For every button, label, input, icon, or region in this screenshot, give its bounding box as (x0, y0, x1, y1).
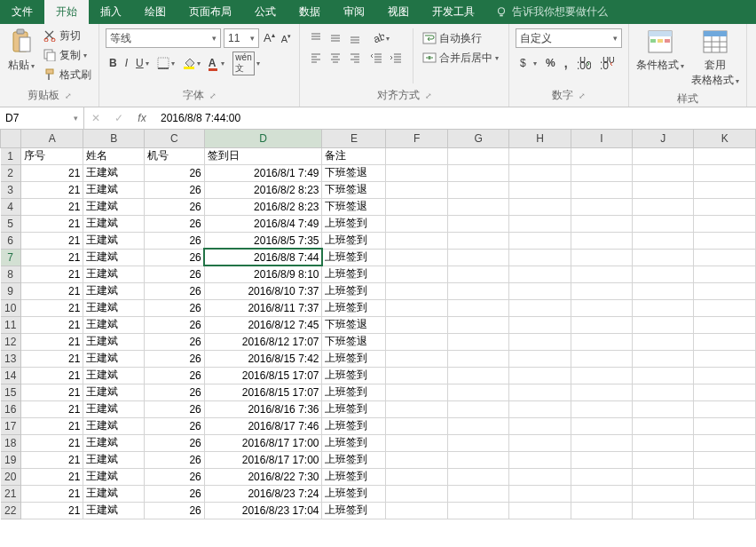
format-painter-button[interactable]: 格式刷 (39, 65, 95, 84)
cell[interactable] (571, 333, 632, 350)
merge-center-button[interactable]: 合并后居中▾ (419, 48, 502, 67)
cell[interactable]: 王建斌 (83, 468, 144, 485)
cell[interactable]: 王建斌 (83, 333, 144, 350)
cell[interactable]: 26 (144, 181, 204, 198)
underline-button[interactable]: U▾ (132, 53, 153, 73)
cell[interactable] (386, 468, 447, 485)
cell[interactable] (447, 434, 509, 451)
cell[interactable] (447, 282, 509, 299)
cell[interactable] (386, 485, 447, 502)
cell[interactable]: 21 (20, 400, 83, 417)
cell[interactable]: 2016/8/17 17:00 (204, 434, 322, 451)
row-header-11[interactable]: 11 (1, 316, 21, 333)
cell[interactable] (509, 198, 571, 215)
cell[interactable]: 21 (20, 299, 83, 316)
cell[interactable]: 王建斌 (83, 299, 144, 316)
col-header-G[interactable]: G (447, 130, 509, 147)
cell[interactable] (386, 502, 447, 519)
cell[interactable] (509, 316, 571, 333)
cell[interactable]: 2016/8/23 17:04 (204, 502, 322, 519)
cell[interactable] (386, 333, 447, 350)
cell[interactable]: 王建斌 (83, 502, 144, 519)
cell[interactable] (509, 232, 571, 249)
tab-review[interactable]: 审阅 (332, 0, 376, 24)
align-center-button[interactable] (326, 48, 345, 67)
cell[interactable] (633, 232, 694, 249)
cell[interactable] (694, 451, 756, 468)
cell[interactable]: 姓名 (83, 147, 144, 164)
cell[interactable] (447, 485, 509, 502)
cell[interactable]: 上班签到 (322, 350, 386, 367)
alignment-dialog-icon[interactable]: ⤢ (425, 91, 432, 100)
format-as-table-button[interactable]: 套用表格格式 ▾ (688, 26, 743, 90)
cell[interactable] (386, 350, 447, 367)
cell[interactable] (633, 417, 694, 434)
cell[interactable] (447, 468, 509, 485)
font-color-button[interactable]: A▾ (205, 53, 229, 73)
cell[interactable]: 上班签到 (322, 417, 386, 434)
cell[interactable] (386, 147, 447, 164)
row-header-14[interactable]: 14 (1, 367, 21, 384)
cell[interactable] (633, 316, 694, 333)
cell[interactable]: 21 (20, 198, 83, 215)
cell[interactable] (571, 266, 632, 282)
col-header-D[interactable]: D (204, 130, 322, 147)
border-button[interactable]: ▾ (154, 53, 178, 73)
row-header-22[interactable]: 22 (1, 502, 21, 519)
row-header-17[interactable]: 17 (1, 417, 21, 434)
align-right-button[interactable] (345, 48, 365, 67)
number-dialog-icon[interactable]: ⤢ (579, 91, 586, 100)
tab-draw[interactable]: 绘图 (133, 0, 177, 24)
cell[interactable] (447, 215, 509, 232)
increase-decimal-button[interactable]: .0.00 (573, 53, 595, 73)
cell[interactable]: 2016/8/5 7:35 (204, 232, 322, 249)
row-header-9[interactable]: 9 (1, 282, 21, 299)
cell[interactable] (447, 181, 509, 198)
col-header-H[interactable]: H (509, 130, 571, 147)
cell[interactable]: 王建斌 (83, 384, 144, 400)
cell[interactable]: 21 (20, 333, 83, 350)
row-header-21[interactable]: 21 (1, 485, 21, 502)
cell[interactable] (633, 367, 694, 384)
cell[interactable] (447, 299, 509, 316)
cell[interactable] (633, 350, 694, 367)
cell[interactable]: 2016/8/1 7:49 (204, 164, 322, 181)
cell[interactable]: 上班签到 (322, 451, 386, 468)
cell[interactable] (694, 400, 756, 417)
cell[interactable] (633, 299, 694, 316)
tab-view[interactable]: 视图 (376, 0, 421, 24)
cell[interactable]: 序号 (20, 147, 83, 164)
cell[interactable] (571, 164, 632, 181)
col-header-corner[interactable] (1, 130, 21, 147)
cell[interactable] (571, 147, 632, 164)
cell[interactable]: 21 (20, 502, 83, 519)
cell[interactable] (633, 485, 694, 502)
cell[interactable] (571, 417, 632, 434)
cell[interactable] (571, 181, 632, 198)
cell[interactable]: 上班签到 (322, 367, 386, 384)
cell[interactable] (633, 198, 694, 215)
cell[interactable]: 2016/8/2 8:23 (204, 181, 322, 198)
decrease-indent-button[interactable] (368, 48, 388, 67)
cell[interactable]: 上班签到 (322, 215, 386, 232)
cell[interactable] (571, 400, 632, 417)
cell[interactable]: 上班签到 (322, 468, 386, 485)
cell[interactable]: 2016/8/22 7:30 (204, 468, 322, 485)
cell[interactable]: 王建斌 (83, 249, 144, 266)
cell[interactable] (386, 164, 447, 181)
cell[interactable] (694, 350, 756, 367)
cell[interactable] (386, 434, 447, 451)
cell[interactable]: 王建斌 (83, 198, 144, 215)
cell[interactable] (694, 181, 756, 198)
cell[interactable]: 21 (20, 232, 83, 249)
cell[interactable] (447, 164, 509, 181)
cell[interactable] (571, 232, 632, 249)
cell[interactable]: 2016/8/9 8:10 (204, 266, 322, 282)
align-middle-button[interactable] (326, 28, 345, 48)
cut-button[interactable]: 剪切 (39, 26, 95, 45)
tab-formulas[interactable]: 公式 (243, 0, 287, 24)
font-name-combo[interactable]: 等线▾ (106, 28, 221, 48)
cell[interactable] (386, 451, 447, 468)
percent-button[interactable]: % (542, 53, 559, 73)
cell[interactable]: 王建斌 (83, 400, 144, 417)
